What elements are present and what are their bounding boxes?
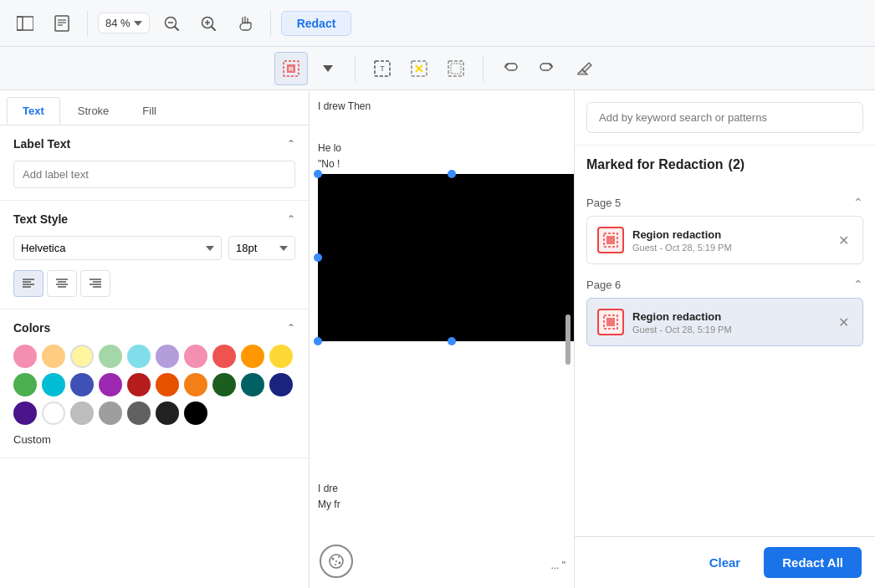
main-layout: Text Stroke Fill Label Text ⌃ Text Style… bbox=[0, 90, 875, 588]
swatch-yellow[interactable] bbox=[269, 345, 293, 368]
align-center-button[interactable] bbox=[47, 270, 77, 297]
label-text-title: Label Text bbox=[13, 137, 70, 151]
redact-info-page5: Region redaction Guest - Oct 28, 5:19 PM bbox=[632, 228, 826, 253]
label-text-chevron[interactable]: ⌃ bbox=[287, 138, 295, 150]
font-family-select[interactable]: Helvetica Arial Times New Roman Courier bbox=[13, 236, 222, 260]
tab-fill[interactable]: Fill bbox=[126, 97, 172, 125]
canvas-scrollbar[interactable] bbox=[565, 314, 571, 365]
undo-button[interactable] bbox=[494, 52, 527, 85]
text-style-section: Text Style ⌃ Helvetica Arial Times New R… bbox=[0, 201, 309, 309]
redaction-fill bbox=[318, 174, 574, 341]
redact-mode-button[interactable]: Redact bbox=[281, 11, 352, 36]
swatch-purple[interactable] bbox=[99, 373, 122, 396]
text-search-redact-button[interactable]: T bbox=[366, 52, 399, 85]
swatch-cyan[interactable] bbox=[42, 373, 65, 396]
redo-button[interactable] bbox=[530, 52, 564, 85]
clear-button[interactable]: Clear bbox=[694, 547, 756, 578]
swatch-light-purple[interactable] bbox=[156, 345, 179, 368]
redact-all-button[interactable]: Redact All bbox=[764, 547, 862, 578]
tab-text[interactable]: Text bbox=[7, 97, 60, 125]
swatch-dark-yellow[interactable] bbox=[184, 373, 207, 396]
swatch-dark-indigo[interactable] bbox=[269, 373, 293, 396]
swatch-light-pink2[interactable] bbox=[184, 345, 207, 368]
region-redact-button[interactable]: R bbox=[274, 52, 308, 85]
redact-meta-page5: Guest - Oct 28, 5:19 PM bbox=[632, 243, 826, 253]
page-redact-button[interactable] bbox=[402, 52, 436, 85]
pan-button[interactable] bbox=[230, 8, 260, 38]
swatch-light-yellow[interactable] bbox=[70, 345, 94, 368]
sidebar-toggle-button[interactable] bbox=[10, 8, 40, 38]
swatch-dark-cyan[interactable] bbox=[241, 373, 264, 396]
swatch-dark-gray[interactable] bbox=[127, 401, 151, 425]
swatch-light-cyan[interactable] bbox=[127, 345, 151, 368]
redact-name-page6: Region redaction bbox=[632, 310, 826, 323]
page-5-header: Page 5 ⌃ bbox=[586, 196, 863, 209]
swatch-dark-red[interactable] bbox=[127, 373, 151, 396]
svg-text:R: R bbox=[289, 65, 294, 73]
redaction-selection[interactable] bbox=[318, 174, 574, 341]
info-icon[interactable] bbox=[320, 545, 353, 578]
font-controls: Helvetica Arial Times New Roman Courier … bbox=[13, 236, 295, 260]
colors-section: Colors ⌃ bbox=[0, 309, 309, 458]
swatch-indigo[interactable] bbox=[70, 373, 94, 396]
svg-rect-42 bbox=[606, 236, 615, 244]
font-size-select[interactable]: 8pt 10pt 12pt 14pt 16pt 18pt 24pt 36pt bbox=[228, 236, 295, 260]
page-6-header: Page 6 ⌃ bbox=[586, 278, 863, 291]
align-right-button[interactable] bbox=[80, 270, 110, 297]
full-page-redact-button[interactable] bbox=[439, 52, 473, 85]
svg-point-39 bbox=[335, 564, 336, 565]
remove-page5-item-button[interactable]: ✕ bbox=[835, 229, 852, 252]
remove-page6-item-button[interactable]: ✕ bbox=[835, 311, 852, 334]
colors-chevron[interactable]: ⌃ bbox=[287, 322, 295, 334]
redact-meta-page6: Guest - Oct 28, 5:19 PM bbox=[632, 325, 826, 335]
redact-icon-page5 bbox=[597, 227, 624, 253]
swatch-white[interactable] bbox=[42, 401, 65, 425]
redaction-item-page6-1: Region redaction Guest - Oct 28, 5:19 PM… bbox=[586, 298, 863, 346]
handle-top-left[interactable] bbox=[314, 170, 322, 178]
eraser-button[interactable] bbox=[567, 52, 601, 85]
divider-2 bbox=[270, 10, 271, 37]
page-5-group: Page 5 ⌃ Region redaction Guest - Oct 28… bbox=[586, 196, 863, 264]
marked-title: Marked for Redaction bbox=[586, 157, 724, 172]
zoom-in-button[interactable] bbox=[193, 8, 223, 38]
swatch-black[interactable] bbox=[184, 401, 207, 425]
zoom-control[interactable]: 84 % bbox=[98, 13, 150, 33]
right-panel: Marked for Redaction (2) Page 5 ⌃ bbox=[574, 90, 875, 588]
search-bar bbox=[575, 90, 875, 146]
swatch-orange[interactable] bbox=[241, 345, 264, 368]
swatch-light-gray[interactable] bbox=[70, 401, 94, 425]
svg-point-40 bbox=[335, 560, 337, 562]
swatch-light-orange[interactable] bbox=[42, 345, 65, 368]
swatch-dark-green[interactable] bbox=[212, 373, 236, 396]
swatch-near-black[interactable] bbox=[156, 401, 179, 425]
swatch-light-green[interactable] bbox=[99, 345, 122, 368]
page-thumbnail-button[interactable] bbox=[47, 8, 77, 38]
swatch-light-pink[interactable] bbox=[13, 345, 37, 368]
swatch-red[interactable] bbox=[212, 345, 236, 368]
handle-top-mid[interactable] bbox=[448, 170, 456, 178]
redact-info-page6: Region redaction Guest - Oct 28, 5:19 PM bbox=[632, 310, 826, 335]
swatch-green[interactable] bbox=[13, 373, 37, 396]
marked-count: (2) bbox=[729, 157, 745, 172]
zoom-out-button[interactable] bbox=[156, 8, 187, 38]
label-text-input[interactable] bbox=[13, 161, 295, 188]
text-style-chevron[interactable]: ⌃ bbox=[287, 213, 295, 225]
custom-color-label[interactable]: Custom bbox=[13, 433, 295, 446]
document-page: I drew Then He lo"No ! I dreMy fr bbox=[310, 90, 574, 588]
svg-rect-2 bbox=[55, 16, 69, 31]
swatch-dark-orange[interactable] bbox=[156, 373, 179, 396]
handle-mid-left[interactable] bbox=[314, 253, 322, 262]
region-redact-dropdown-button[interactable] bbox=[311, 52, 345, 85]
page-6-collapse[interactable]: ⌃ bbox=[853, 278, 863, 291]
svg-point-37 bbox=[338, 556, 340, 558]
swatch-dark-purple[interactable] bbox=[13, 401, 37, 425]
svg-rect-1 bbox=[17, 17, 33, 30]
tab-stroke[interactable]: Stroke bbox=[62, 97, 125, 125]
page-5-collapse[interactable]: ⌃ bbox=[853, 196, 863, 209]
align-left-button[interactable] bbox=[13, 270, 43, 297]
swatch-gray[interactable] bbox=[99, 401, 122, 425]
handle-bottom-mid[interactable] bbox=[448, 337, 456, 345]
svg-point-38 bbox=[339, 562, 341, 565]
handle-bottom-left[interactable] bbox=[314, 337, 322, 345]
keyword-search-input[interactable] bbox=[586, 102, 863, 133]
